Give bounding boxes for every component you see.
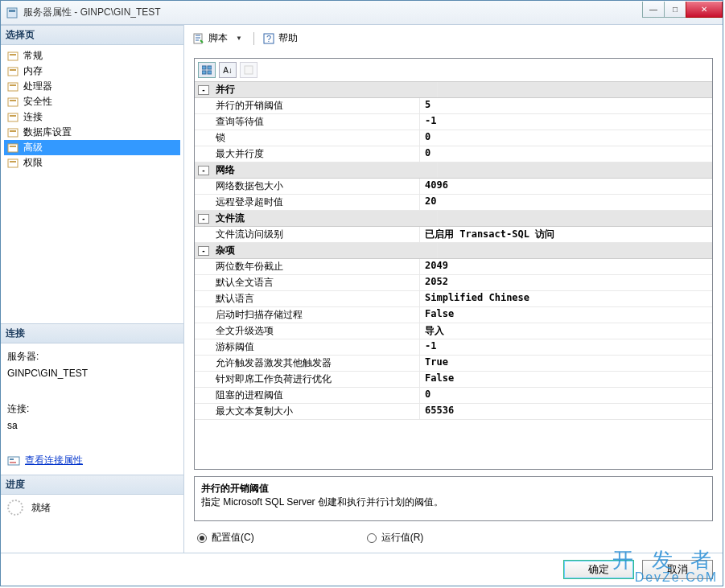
- property-row[interactable]: 阻塞的进程阈值0: [195, 388, 712, 404]
- svg-rect-1: [9, 10, 15, 12]
- property-value[interactable]: 导入: [420, 323, 712, 339]
- property-pages-button[interactable]: [240, 62, 257, 78]
- property-row[interactable]: 针对即席工作负荷进行优化False: [195, 372, 712, 388]
- property-value[interactable]: 0: [420, 388, 712, 403]
- svg-rect-26: [202, 71, 206, 74]
- collapse-toggle-icon[interactable]: -: [198, 85, 209, 95]
- toolbar-separator: [253, 32, 256, 45]
- property-row[interactable]: 启动时扫描存储过程False: [195, 307, 712, 323]
- property-name: 并行的开销阈值: [195, 98, 420, 113]
- property-value[interactable]: 2049: [420, 259, 712, 274]
- svg-rect-19: [10, 458, 14, 460]
- help-button[interactable]: ? 帮助: [262, 31, 298, 45]
- property-value[interactable]: 20: [420, 195, 712, 210]
- configured-value-radio[interactable]: 配置值(C): [197, 531, 254, 545]
- description-text: 指定 Microsoft SQL Server 创建和执行并行计划的阈值。: [201, 495, 706, 509]
- category-name: 并行: [212, 82, 438, 97]
- property-name: 游标阈值: [195, 339, 420, 355]
- sidebar-item-7[interactable]: 权限: [4, 155, 180, 171]
- collapse-toggle-icon[interactable]: -: [198, 166, 209, 175]
- progress-block: 就绪: [1, 495, 183, 520]
- sidebar-item-2[interactable]: 处理器: [4, 79, 180, 94]
- svg-rect-8: [8, 98, 18, 106]
- sidebar-item-6[interactable]: 高级: [4, 140, 180, 155]
- property-list[interactable]: -并行并行的开销阈值5查询等待值-1锁0最大并行度0-网络网络数据包大小4096…: [195, 82, 712, 469]
- category-row[interactable]: -网络: [195, 162, 712, 179]
- titlebar: 服务器属性 - GINPC\GIN_TEST — □ ✕: [1, 1, 723, 25]
- property-row[interactable]: 网络数据包大小4096: [195, 179, 712, 195]
- property-row[interactable]: 全文升级选项导入: [195, 323, 712, 339]
- minimize-button[interactable]: —: [642, 2, 665, 18]
- property-value[interactable]: -1: [420, 114, 712, 130]
- view-connection-properties-link[interactable]: 查看连接属性: [25, 452, 83, 470]
- script-label: 脚本: [208, 31, 228, 45]
- property-name: 默认全文语言: [195, 275, 420, 290]
- sidebar-item-4[interactable]: 连接: [4, 109, 180, 125]
- description-title: 并行的开销阈值: [201, 482, 706, 495]
- property-name: 全文升级选项: [195, 323, 420, 339]
- script-button[interactable]: 脚本: [192, 31, 228, 45]
- property-name: 文件流访问级别: [195, 227, 420, 242]
- connection-props-icon: [7, 454, 20, 467]
- app-icon: [6, 6, 19, 19]
- nav-list: 常规内存处理器安全性连接数据库设置高级权限: [1, 45, 183, 177]
- property-value[interactable]: 0: [420, 146, 712, 162]
- property-value[interactable]: 已启用 Transact-SQL 访问: [420, 227, 712, 242]
- property-row[interactable]: 最大文本复制大小65536: [195, 404, 712, 420]
- svg-rect-9: [10, 100, 16, 101]
- property-value[interactable]: True: [420, 356, 712, 371]
- property-row[interactable]: 默认语言Simplified Chinese: [195, 291, 712, 307]
- property-name: 启动时扫描存储过程: [195, 307, 420, 323]
- sidebar-item-5[interactable]: 数据库设置: [4, 125, 180, 140]
- svg-rect-6: [8, 83, 18, 91]
- property-value[interactable]: 65536: [420, 404, 712, 419]
- property-row[interactable]: 游标阈值-1: [195, 339, 712, 356]
- property-row[interactable]: 锁0: [195, 130, 712, 146]
- close-button[interactable]: ✕: [686, 2, 723, 18]
- property-value[interactable]: 5: [420, 98, 712, 113]
- alphabetical-view-button[interactable]: A↓: [219, 62, 237, 78]
- property-value[interactable]: -1: [420, 339, 712, 355]
- property-row[interactable]: 文件流访问级别已启用 Transact-SQL 访问: [195, 227, 712, 243]
- property-value[interactable]: 4096: [420, 179, 712, 194]
- category-name: 文件流: [212, 211, 438, 226]
- progress-status: 就绪: [31, 501, 51, 515]
- property-row[interactable]: 查询等待值-1: [195, 114, 712, 130]
- sidebar-item-1[interactable]: 内存: [4, 64, 180, 79]
- ok-button[interactable]: 确定: [563, 560, 634, 579]
- svg-rect-28: [245, 66, 253, 74]
- collapse-toggle-icon[interactable]: -: [198, 246, 209, 256]
- property-value[interactable]: 2052: [420, 275, 712, 290]
- property-row[interactable]: 最大并行度0: [195, 146, 712, 162]
- svg-rect-7: [10, 84, 16, 86]
- property-value[interactable]: False: [420, 307, 712, 323]
- property-row[interactable]: 允许触发器激发其他触发器True: [195, 356, 712, 372]
- cancel-button[interactable]: 取消: [642, 560, 713, 579]
- property-name: 两位数年份截止: [195, 259, 420, 274]
- maximize-button[interactable]: □: [664, 2, 686, 18]
- svg-text:?: ?: [266, 34, 271, 43]
- category-row[interactable]: -并行: [195, 82, 712, 98]
- property-row[interactable]: 远程登录超时值20: [195, 195, 712, 211]
- sidebar-item-0[interactable]: 常规: [4, 48, 180, 64]
- property-grid: A↓ -并行并行的开销阈值5查询等待值-1锁0最大并行度0-网络网络数据包大小4…: [194, 58, 713, 470]
- property-value[interactable]: False: [420, 372, 712, 387]
- property-row[interactable]: 并行的开销阈值5: [195, 98, 712, 114]
- property-name: 查询等待值: [195, 114, 420, 130]
- collapse-toggle-icon[interactable]: -: [198, 214, 209, 224]
- property-row[interactable]: 两位数年份截止2049: [195, 259, 712, 275]
- svg-rect-2: [8, 52, 18, 60]
- script-dropdown-icon[interactable]: ▼: [236, 35, 242, 42]
- page-icon: [7, 81, 20, 93]
- property-value[interactable]: Simplified Chinese: [420, 291, 712, 306]
- category-row[interactable]: -杂项: [195, 243, 712, 259]
- sidebar-item-3[interactable]: 安全性: [4, 94, 180, 109]
- category-row[interactable]: -文件流: [195, 211, 712, 227]
- property-value[interactable]: 0: [420, 130, 712, 146]
- page-icon: [7, 97, 20, 108]
- categorized-view-button[interactable]: [198, 62, 216, 78]
- connection-info: 服务器: GINPC\GIN_TEST 连接: sa 查看连接属性: [1, 343, 183, 475]
- property-row[interactable]: 默认全文语言2052: [195, 275, 712, 291]
- running-value-radio[interactable]: 运行值(R): [367, 531, 424, 545]
- svg-rect-27: [208, 71, 212, 74]
